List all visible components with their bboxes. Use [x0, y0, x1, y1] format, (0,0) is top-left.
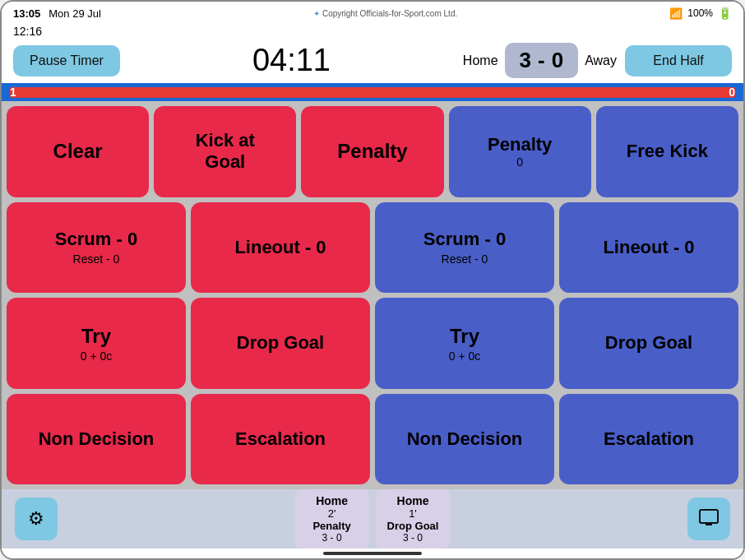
screen-icon: [697, 506, 720, 533]
drop-goal-red-button[interactable]: Drop Goal: [191, 298, 370, 389]
home-label: Home: [463, 53, 498, 68]
lineout-red-button[interactable]: Lineout - 0: [191, 202, 370, 294]
settings-button[interactable]: ⚙: [15, 498, 58, 540]
grid-row-4: Non Decision Escalation Non Decision Esc…: [7, 394, 738, 485]
event-card-2[interactable]: Home 1' Drop Goal 3 - 0: [376, 489, 451, 548]
status-date: Mon 29 Jul: [49, 7, 101, 20]
drop-goal-blue-button[interactable]: Drop Goal: [559, 298, 738, 389]
score-home: 3: [520, 48, 531, 73]
battery-area: 📶 100% 🔋: [669, 7, 732, 20]
battery-pct: 100%: [687, 7, 713, 19]
score-display: Home 3 - 0 Away: [463, 43, 617, 78]
score-box: 3 - 0: [505, 43, 579, 78]
timer-display: 04:11: [128, 43, 455, 78]
non-decision-blue-button[interactable]: Non Decision: [375, 394, 554, 485]
escalation-blue-button[interactable]: Escalation: [559, 394, 738, 485]
grid-row-2: Scrum - 0 Reset - 0 Lineout - 0 Scrum - …: [7, 202, 738, 294]
event-1-minute: 2': [307, 507, 358, 520]
screen-toggle-button[interactable]: [687, 498, 730, 540]
event-2-minute: 1': [387, 507, 439, 520]
pause-timer-button[interactable]: Pause Timer: [13, 45, 120, 76]
end-half-button[interactable]: End Half: [625, 45, 732, 76]
escalation-red-button[interactable]: Escalation: [191, 394, 370, 485]
local-time: 12:16: [13, 25, 42, 38]
copyright-text: ✦ Copyright Officials-for-Sport.com Ltd.: [313, 9, 457, 18]
scrum-red-button[interactable]: Scrum - 0 Reset - 0: [7, 202, 186, 294]
footer: ⚙ Home 2' Penalty 3 - 0 Home 1' Drop Goa…: [2, 489, 743, 548]
non-decision-red-button[interactable]: Non Decision: [7, 394, 186, 485]
event-1-team: Home: [307, 494, 358, 507]
grid-row-1: Clear Kick atGoal Penalty Penalty 0 Free…: [7, 106, 738, 197]
wifi-icon: 📶: [669, 7, 683, 20]
scrum-blue-button[interactable]: Scrum - 0 Reset - 0: [375, 202, 554, 294]
event-2-team: Home: [387, 494, 439, 507]
penalty-red-button[interactable]: Penalty: [301, 106, 443, 197]
copyright-icon: ✦: [313, 9, 320, 18]
free-kick-button[interactable]: Free Kick: [596, 106, 738, 197]
clear-button[interactable]: Clear: [7, 106, 149, 197]
app-container: 13:05 Mon 29 Jul ✦ Copyright Officials-f…: [0, 0, 745, 560]
event-card-1[interactable]: Home 2' Penalty 3 - 0: [295, 489, 369, 548]
main-grid: Clear Kick atGoal Penalty Penalty 0 Free…: [2, 101, 743, 489]
try-blue-button[interactable]: Try 0 + 0c: [375, 298, 554, 389]
penalty-blue-button[interactable]: Penalty 0: [449, 106, 591, 197]
away-label: Away: [585, 53, 617, 68]
header-area: Pause Timer 04:11 Home 3 - 0 Away End Ha…: [2, 39, 743, 83]
svg-rect-0: [700, 510, 718, 523]
kick-at-goal-button[interactable]: Kick atGoal: [154, 106, 296, 197]
event-1-type: Penalty: [307, 520, 358, 532]
home-indicator-area: [2, 548, 743, 558]
status-bar: 13:05 Mon 29 Jul ✦ Copyright Officials-f…: [2, 2, 743, 25]
lineout-blue-button[interactable]: Lineout - 0: [559, 202, 738, 294]
settings-icon: ⚙: [28, 508, 44, 530]
score-away: 0: [552, 48, 563, 73]
event-1-score: 3 - 0: [307, 532, 358, 544]
event-cards: Home 2' Penalty 3 - 0 Home 1' Drop Goal …: [295, 489, 451, 548]
battery-icon: 🔋: [718, 7, 732, 20]
event-2-score: 3 - 0: [387, 532, 439, 544]
status-time: 13:05: [13, 7, 40, 20]
home-indicator: [323, 552, 422, 555]
progress-fill-red: [10, 87, 735, 98]
grid-row-3: Try 0 + 0c Drop Goal Try 0 + 0c Drop Goa…: [7, 298, 738, 389]
progress-bar: 1 0: [2, 83, 743, 101]
try-red-button[interactable]: Try 0 + 0c: [7, 298, 186, 389]
score-sep: -: [538, 48, 545, 73]
event-2-type: Drop Goal: [387, 520, 439, 532]
